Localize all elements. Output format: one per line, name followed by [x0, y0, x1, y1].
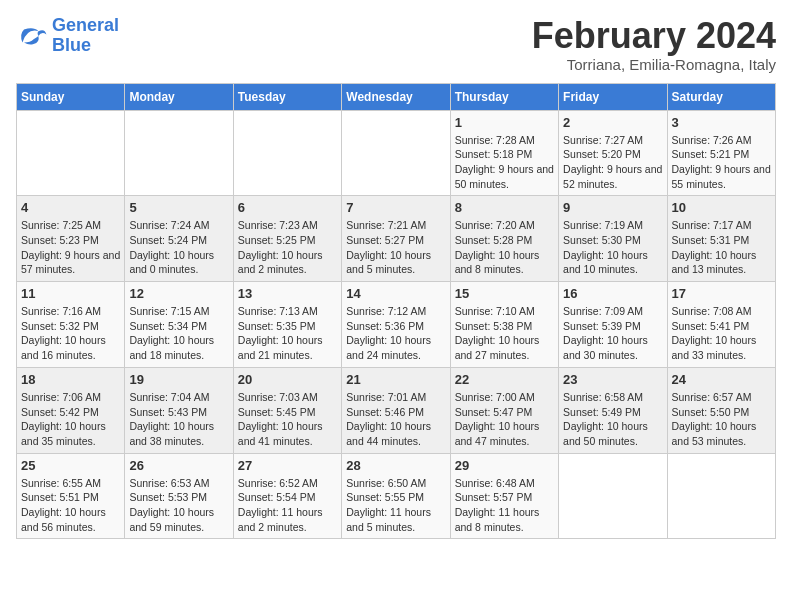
- day-info: Sunrise: 7:24 AMSunset: 5:24 PMDaylight:…: [129, 218, 228, 277]
- calendar-cell: 26Sunrise: 6:53 AMSunset: 5:53 PMDayligh…: [125, 453, 233, 539]
- calendar-cell: 7Sunrise: 7:21 AMSunset: 5:27 PMDaylight…: [342, 196, 450, 282]
- day-info: Sunrise: 7:13 AMSunset: 5:35 PMDaylight:…: [238, 304, 337, 363]
- day-number: 26: [129, 458, 228, 473]
- day-header-saturday: Saturday: [667, 83, 775, 110]
- day-info: Sunrise: 6:53 AMSunset: 5:53 PMDaylight:…: [129, 476, 228, 535]
- day-info: Sunrise: 7:12 AMSunset: 5:36 PMDaylight:…: [346, 304, 445, 363]
- day-info: Sunrise: 6:52 AMSunset: 5:54 PMDaylight:…: [238, 476, 337, 535]
- calendar-cell: 8Sunrise: 7:20 AMSunset: 5:28 PMDaylight…: [450, 196, 558, 282]
- calendar-week-row: 4Sunrise: 7:25 AMSunset: 5:23 PMDaylight…: [17, 196, 776, 282]
- calendar-cell: 13Sunrise: 7:13 AMSunset: 5:35 PMDayligh…: [233, 282, 341, 368]
- day-number: 8: [455, 200, 554, 215]
- calendar-cell: 18Sunrise: 7:06 AMSunset: 5:42 PMDayligh…: [17, 367, 125, 453]
- day-number: 13: [238, 286, 337, 301]
- day-info: Sunrise: 7:25 AMSunset: 5:23 PMDaylight:…: [21, 218, 120, 277]
- day-number: 2: [563, 115, 662, 130]
- title-area: February 2024 Torriana, Emilia-Romagna, …: [532, 16, 776, 73]
- day-number: 14: [346, 286, 445, 301]
- calendar-cell: 19Sunrise: 7:04 AMSunset: 5:43 PMDayligh…: [125, 367, 233, 453]
- day-header-sunday: Sunday: [17, 83, 125, 110]
- day-number: 7: [346, 200, 445, 215]
- day-info: Sunrise: 6:50 AMSunset: 5:55 PMDaylight:…: [346, 476, 445, 535]
- day-number: 22: [455, 372, 554, 387]
- calendar-cell: 20Sunrise: 7:03 AMSunset: 5:45 PMDayligh…: [233, 367, 341, 453]
- day-info: Sunrise: 7:10 AMSunset: 5:38 PMDaylight:…: [455, 304, 554, 363]
- calendar-cell: 23Sunrise: 6:58 AMSunset: 5:49 PMDayligh…: [559, 367, 667, 453]
- day-info: Sunrise: 7:17 AMSunset: 5:31 PMDaylight:…: [672, 218, 771, 277]
- day-number: 11: [21, 286, 120, 301]
- day-info: Sunrise: 7:01 AMSunset: 5:46 PMDaylight:…: [346, 390, 445, 449]
- logo: General Blue: [16, 16, 119, 56]
- day-info: Sunrise: 6:55 AMSunset: 5:51 PMDaylight:…: [21, 476, 120, 535]
- day-header-monday: Monday: [125, 83, 233, 110]
- day-info: Sunrise: 7:26 AMSunset: 5:21 PMDaylight:…: [672, 133, 771, 192]
- day-number: 15: [455, 286, 554, 301]
- calendar-cell: 1Sunrise: 7:28 AMSunset: 5:18 PMDaylight…: [450, 110, 558, 196]
- calendar-week-row: 1Sunrise: 7:28 AMSunset: 5:18 PMDaylight…: [17, 110, 776, 196]
- day-info: Sunrise: 6:58 AMSunset: 5:49 PMDaylight:…: [563, 390, 662, 449]
- day-number: 5: [129, 200, 228, 215]
- calendar-cell: 16Sunrise: 7:09 AMSunset: 5:39 PMDayligh…: [559, 282, 667, 368]
- day-header-thursday: Thursday: [450, 83, 558, 110]
- day-info: Sunrise: 7:00 AMSunset: 5:47 PMDaylight:…: [455, 390, 554, 449]
- subtitle: Torriana, Emilia-Romagna, Italy: [532, 56, 776, 73]
- day-number: 25: [21, 458, 120, 473]
- day-number: 10: [672, 200, 771, 215]
- calendar-cell: [559, 453, 667, 539]
- calendar-cell: 27Sunrise: 6:52 AMSunset: 5:54 PMDayligh…: [233, 453, 341, 539]
- calendar-cell: [17, 110, 125, 196]
- day-number: 9: [563, 200, 662, 215]
- day-info: Sunrise: 7:03 AMSunset: 5:45 PMDaylight:…: [238, 390, 337, 449]
- calendar-cell: 12Sunrise: 7:15 AMSunset: 5:34 PMDayligh…: [125, 282, 233, 368]
- calendar-cell: 2Sunrise: 7:27 AMSunset: 5:20 PMDaylight…: [559, 110, 667, 196]
- day-number: 17: [672, 286, 771, 301]
- day-info: Sunrise: 7:04 AMSunset: 5:43 PMDaylight:…: [129, 390, 228, 449]
- logo-text: General Blue: [52, 16, 119, 56]
- day-number: 24: [672, 372, 771, 387]
- calendar-cell: 24Sunrise: 6:57 AMSunset: 5:50 PMDayligh…: [667, 367, 775, 453]
- day-info: Sunrise: 7:09 AMSunset: 5:39 PMDaylight:…: [563, 304, 662, 363]
- calendar-cell: [342, 110, 450, 196]
- day-number: 21: [346, 372, 445, 387]
- calendar-cell: 3Sunrise: 7:26 AMSunset: 5:21 PMDaylight…: [667, 110, 775, 196]
- calendar-cell: 9Sunrise: 7:19 AMSunset: 5:30 PMDaylight…: [559, 196, 667, 282]
- calendar-cell: 22Sunrise: 7:00 AMSunset: 5:47 PMDayligh…: [450, 367, 558, 453]
- day-info: Sunrise: 6:57 AMSunset: 5:50 PMDaylight:…: [672, 390, 771, 449]
- header: General Blue February 2024 Torriana, Emi…: [16, 16, 776, 73]
- day-number: 19: [129, 372, 228, 387]
- calendar-cell: [667, 453, 775, 539]
- day-info: Sunrise: 7:21 AMSunset: 5:27 PMDaylight:…: [346, 218, 445, 277]
- calendar-cell: 10Sunrise: 7:17 AMSunset: 5:31 PMDayligh…: [667, 196, 775, 282]
- logo-icon: [16, 20, 48, 52]
- day-info: Sunrise: 7:27 AMSunset: 5:20 PMDaylight:…: [563, 133, 662, 192]
- day-number: 6: [238, 200, 337, 215]
- day-info: Sunrise: 7:16 AMSunset: 5:32 PMDaylight:…: [21, 304, 120, 363]
- day-info: Sunrise: 7:08 AMSunset: 5:41 PMDaylight:…: [672, 304, 771, 363]
- day-info: Sunrise: 6:48 AMSunset: 5:57 PMDaylight:…: [455, 476, 554, 535]
- day-header-friday: Friday: [559, 83, 667, 110]
- day-number: 4: [21, 200, 120, 215]
- calendar-cell: 28Sunrise: 6:50 AMSunset: 5:55 PMDayligh…: [342, 453, 450, 539]
- calendar-table: SundayMondayTuesdayWednesdayThursdayFrid…: [16, 83, 776, 540]
- calendar-cell: 21Sunrise: 7:01 AMSunset: 5:46 PMDayligh…: [342, 367, 450, 453]
- calendar-cell: 5Sunrise: 7:24 AMSunset: 5:24 PMDaylight…: [125, 196, 233, 282]
- day-header-wednesday: Wednesday: [342, 83, 450, 110]
- calendar-cell: 15Sunrise: 7:10 AMSunset: 5:38 PMDayligh…: [450, 282, 558, 368]
- day-number: 18: [21, 372, 120, 387]
- day-number: 28: [346, 458, 445, 473]
- day-number: 23: [563, 372, 662, 387]
- calendar-cell: [125, 110, 233, 196]
- calendar-cell: 25Sunrise: 6:55 AMSunset: 5:51 PMDayligh…: [17, 453, 125, 539]
- day-header-tuesday: Tuesday: [233, 83, 341, 110]
- calendar-cell: [233, 110, 341, 196]
- calendar-cell: 11Sunrise: 7:16 AMSunset: 5:32 PMDayligh…: [17, 282, 125, 368]
- day-number: 12: [129, 286, 228, 301]
- day-number: 29: [455, 458, 554, 473]
- calendar-cell: 17Sunrise: 7:08 AMSunset: 5:41 PMDayligh…: [667, 282, 775, 368]
- day-info: Sunrise: 7:20 AMSunset: 5:28 PMDaylight:…: [455, 218, 554, 277]
- day-info: Sunrise: 7:19 AMSunset: 5:30 PMDaylight:…: [563, 218, 662, 277]
- calendar-cell: 29Sunrise: 6:48 AMSunset: 5:57 PMDayligh…: [450, 453, 558, 539]
- logo-line1: General: [52, 15, 119, 35]
- day-number: 3: [672, 115, 771, 130]
- main-title: February 2024: [532, 16, 776, 56]
